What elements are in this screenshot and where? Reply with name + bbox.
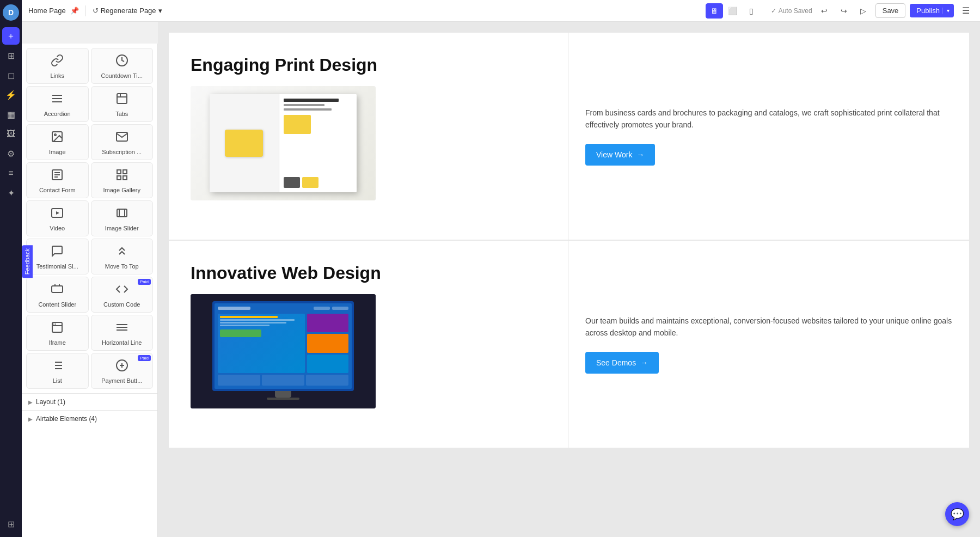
image-slider-label: Image Slider: [105, 225, 139, 231]
web-design-title: Innovative Web Design: [191, 263, 552, 283]
main-content: Engaging Print Design: [158, 22, 980, 537]
countdown-label: Countdown Ti...: [101, 72, 143, 79]
image-lib-btn[interactable]: 🖼: [2, 125, 20, 143]
widget-image[interactable]: Image: [26, 124, 89, 160]
widget-countdown[interactable]: Countdown Ti...: [91, 48, 154, 84]
custom-code-label: Custom Code: [103, 301, 140, 308]
see-demos-arrow: →: [640, 358, 648, 367]
web-design-desc: Our team builds and maintains exceptiona…: [585, 315, 953, 339]
widget-subscription[interactable]: Subscription ...: [91, 124, 154, 160]
svg-rect-4: [117, 94, 127, 103]
widget-list[interactable]: List: [26, 353, 89, 389]
payment-button-label: Payment Butt...: [101, 377, 142, 384]
publish-button[interactable]: Publish ▾: [910, 4, 954, 17]
save-button[interactable]: Save: [875, 3, 906, 18]
accordion-airtable[interactable]: ▶ Airtable Elements (4): [22, 410, 157, 427]
image-gallery-icon: [115, 168, 128, 185]
lightning-btn[interactable]: ⚡: [2, 86, 20, 103]
widget-custom-code[interactable]: PaidCustom Code: [91, 277, 154, 313]
custom-code-icon: [115, 283, 128, 299]
contact-form-icon: [51, 168, 64, 185]
widget-image-slider[interactable]: Image Slider: [91, 200, 154, 236]
widget-links[interactable]: Links: [26, 48, 89, 84]
widget-iframe[interactable]: Iframe: [26, 315, 89, 351]
sidebar: LinksCountdown Ti...AccordionTabsImageSu…: [22, 44, 158, 537]
tablet-device-btn[interactable]: ⬜: [724, 3, 742, 19]
widget-image-gallery[interactable]: Image Gallery: [91, 162, 154, 198]
chat-widget[interactable]: 💬: [945, 502, 969, 526]
svg-marker-18: [56, 211, 59, 215]
apps-btn[interactable]: ✦: [2, 184, 20, 202]
widget-horizontal-line[interactable]: Horizontal Line: [91, 315, 154, 351]
widget-payment-button[interactable]: PaidPayment Butt...: [91, 353, 154, 389]
view-work-button[interactable]: View Work →: [585, 144, 655, 166]
publish-label: Publish: [916, 7, 942, 15]
iframe-icon: [51, 321, 64, 337]
view-work-arrow: →: [636, 150, 644, 159]
accordion-airtable-label: Airtable Elements (4): [36, 415, 97, 423]
print-design-title: Engaging Print Design: [191, 54, 552, 75]
page-btn[interactable]: ◻: [2, 66, 20, 84]
payment-button-icon: [115, 359, 128, 375]
feedback-tab[interactable]: Feedback: [22, 245, 33, 278]
layers-btn[interactable]: ≡: [2, 164, 20, 182]
right-actions: ✓ Auto Saved ↩ ↪ ▷ Save Publish ▾ ☰: [771, 3, 973, 19]
tabs-label: Tabs: [115, 111, 128, 117]
horizontal-line-icon: [115, 321, 128, 337]
settings-btn[interactable]: ⚙: [2, 145, 20, 162]
page-title: Home Page: [28, 7, 66, 15]
undo-button[interactable]: ↩: [817, 3, 832, 19]
left-icon-bar: D ＋ ⊞ ◻ ⚡ ▦ 🖼 ⚙ ≡ ✦ ⊞: [0, 0, 22, 537]
mobile-device-btn[interactable]: ▯: [743, 3, 760, 19]
desktop-device-btn[interactable]: 🖥: [706, 3, 723, 19]
subscription-label: Subscription ...: [102, 149, 142, 155]
auto-saved-status: ✓ Auto Saved: [771, 7, 812, 15]
app-logo[interactable]: D: [3, 4, 19, 21]
regen-icon: ↺: [93, 7, 99, 15]
layout-btn[interactable]: ▦: [2, 106, 20, 123]
svg-rect-14: [123, 170, 127, 174]
topbar: Home Page 📌 ↺ Regenerate Page ▾ 🖥 ⬜ ▯ ✓ …: [22, 0, 980, 22]
grid-btn[interactable]: ⊞: [2, 47, 20, 64]
bottom-icon-btn[interactable]: ⊞: [2, 515, 20, 533]
redo-button[interactable]: ↪: [836, 3, 852, 19]
regen-chevron: ▾: [158, 7, 162, 15]
svg-point-8: [54, 134, 56, 136]
content-slider-label: Content Slider: [38, 301, 76, 308]
widget-tabs[interactable]: Tabs: [91, 86, 154, 122]
print-design-right: From business cards and brochures to pac…: [569, 33, 969, 240]
widget-video[interactable]: Video: [26, 200, 89, 236]
play-button[interactable]: ▷: [856, 3, 871, 19]
svg-rect-13: [117, 170, 121, 174]
svg-rect-19: [117, 209, 127, 217]
regenerate-button[interactable]: ↺ Regenerate Page ▾: [93, 7, 162, 15]
web-design-section: Innovative Web Design: [169, 241, 969, 448]
menu-button[interactable]: ☰: [958, 3, 973, 19]
countdown-icon: [115, 54, 128, 70]
testimonial-icon: [51, 245, 64, 261]
see-demos-button[interactable]: See Demos →: [585, 352, 659, 374]
svg-point-27: [53, 324, 54, 325]
widget-move-to-top[interactable]: Move To Top: [91, 239, 154, 274]
list-label: List: [53, 377, 62, 384]
print-design-desc: From business cards and brochures to pac…: [585, 107, 953, 131]
widget-grid: LinksCountdown Ti...AccordionTabsImageSu…: [22, 44, 157, 393]
widget-contact-form[interactable]: Contact Form: [26, 162, 89, 198]
tabs-icon: [115, 92, 128, 108]
print-design-image: [191, 86, 376, 200]
see-demos-label: See Demos: [596, 358, 636, 367]
web-design-left: Innovative Web Design: [169, 241, 569, 448]
add-elements-btn[interactable]: ＋: [2, 27, 20, 45]
view-work-label: View Work: [596, 150, 632, 159]
accordion-icon: [51, 92, 64, 108]
topbar-divider: [85, 5, 86, 16]
accordion-layout[interactable]: ▶ Layout (1): [22, 393, 157, 410]
links-label: Links: [50, 72, 64, 79]
widget-content-slider[interactable]: Content Slider: [26, 277, 89, 313]
web-design-right: Our team builds and maintains exceptiona…: [569, 241, 969, 448]
widget-accordion[interactable]: Accordion: [26, 86, 89, 122]
publish-chevron[interactable]: ▾: [942, 8, 954, 14]
links-icon: [51, 54, 64, 70]
widget-testimonial[interactable]: Testimonial Sl...: [26, 239, 89, 274]
pin-icon[interactable]: 📌: [70, 7, 79, 15]
